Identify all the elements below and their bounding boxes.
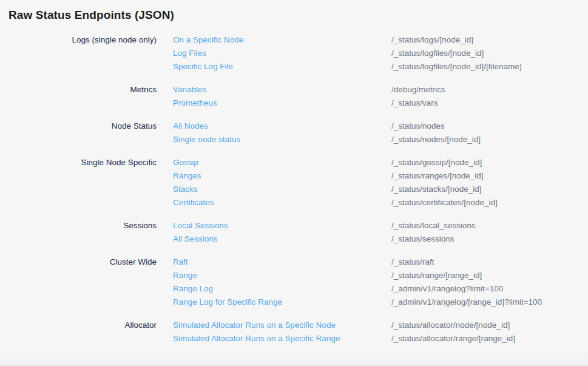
category-label: Cluster Wide	[0, 256, 157, 269]
paths-column: /_status/logs/[node_id]/_status/logfiles…	[391, 33, 588, 73]
endpoint-link[interactable]: Certificates	[173, 196, 391, 209]
links-column: Simulated Allocator Runs on a Specific N…	[173, 319, 391, 345]
endpoint-group: Single Node SpecificGossipRangesStacksCe…	[0, 156, 588, 209]
links-column: All NodesSingle node status	[173, 120, 391, 146]
debug-endpoints-page: Raw Status Endpoints (JSON) Logs (single…	[0, 0, 588, 345]
endpoint-link[interactable]: Local Sessions	[173, 219, 391, 232]
endpoint-path: /_status/range/[range_id]	[391, 269, 588, 282]
endpoint-path: /_admin/v1/rangelog/[range_id]?limit=100	[391, 296, 588, 309]
endpoint-link[interactable]: Simulated Allocator Runs on a Specific N…	[173, 319, 391, 332]
endpoint-group: AllocatorSimulated Allocator Runs on a S…	[0, 319, 588, 345]
paths-column: /_status/gossip/[node_id]/_status/ranges…	[391, 156, 588, 209]
endpoint-link[interactable]: Log Files	[173, 47, 391, 60]
endpoint-link[interactable]: Range Log	[173, 282, 391, 296]
endpoint-link[interactable]: Raft	[173, 256, 391, 269]
endpoint-group: Cluster WideRaftRangeRange LogRange Log …	[0, 256, 588, 309]
endpoint-path: /_status/logfiles/[node_id]/[filename]	[391, 60, 588, 73]
paths-column: /_status/nodes/_status/nodes/[node_id]	[391, 120, 588, 146]
endpoint-link[interactable]: Specific Log File	[173, 60, 391, 73]
page-title: Raw Status Endpoints (JSON)	[0, 0, 588, 22]
category-label: Metrics	[0, 83, 157, 97]
endpoint-link[interactable]: Stacks	[173, 183, 391, 196]
category-label: Sessions	[0, 219, 157, 232]
links-column: GossipRangesStacksCertificates	[173, 156, 391, 209]
links-column: Local SessionsAll Sessions	[173, 219, 391, 246]
endpoint-path: /_status/vars	[391, 97, 588, 110]
endpoint-link[interactable]: Variables	[173, 83, 391, 97]
paths-column: /debug/metrics/_status/vars	[391, 83, 588, 110]
endpoint-path: /_status/local_sessions	[391, 219, 588, 232]
endpoint-link[interactable]: Simulated Allocator Runs on a Specific R…	[173, 332, 391, 345]
endpoint-link[interactable]: Range Log for Specific Range	[173, 296, 391, 309]
paths-column: /_status/local_sessions/_status/sessions	[391, 219, 588, 246]
category-label: Node Status	[0, 120, 157, 133]
endpoint-path: /debug/metrics	[391, 83, 588, 97]
links-column: VariablesPrometheus	[173, 83, 391, 110]
endpoint-path: /_admin/v1/rangelog?limit=100	[391, 282, 588, 296]
endpoint-path: /_status/allocator/node/[node_id]	[391, 319, 588, 332]
links-column: RaftRangeRange LogRange Log for Specific…	[173, 256, 391, 309]
endpoint-path: /_status/gossip/[node_id]	[391, 156, 588, 169]
endpoint-path: /_status/allocator/range/[range_id]	[391, 332, 588, 345]
paths-column: /_status/raft/_status/range/[range_id]/_…	[391, 256, 588, 309]
endpoint-link[interactable]: Gossip	[173, 156, 391, 169]
endpoint-path: /_status/nodes	[391, 120, 588, 133]
endpoint-group: MetricsVariablesPrometheus/debug/metrics…	[0, 83, 588, 110]
endpoint-link[interactable]: On a Specific Node	[173, 33, 391, 47]
endpoint-path: /_status/stacks/[node_id]	[391, 183, 588, 196]
endpoint-path: /_status/raft	[391, 256, 588, 269]
links-column: On a Specific NodeLog FilesSpecific Log …	[173, 33, 391, 73]
endpoint-path: /_status/sessions	[391, 232, 588, 246]
endpoint-group: Node StatusAll NodesSingle node status/_…	[0, 120, 588, 146]
paths-column: /_status/allocator/node/[node_id]/_statu…	[391, 319, 588, 345]
endpoint-path: /_status/ranges/[node_id]	[391, 169, 588, 183]
endpoint-group: SessionsLocal SessionsAll Sessions/_stat…	[0, 219, 588, 246]
endpoint-path: /_status/certificates/[node_id]	[391, 196, 588, 209]
category-label: Single Node Specific	[0, 156, 157, 169]
endpoint-link[interactable]: Ranges	[173, 169, 391, 183]
category-label: Allocator	[0, 319, 157, 332]
endpoint-path: /_status/logfiles/[node_id]	[391, 47, 588, 60]
bottom-fade	[0, 350, 588, 366]
endpoint-link[interactable]: Range	[173, 269, 391, 282]
endpoint-group: Logs (single node only)On a Specific Nod…	[0, 33, 588, 73]
endpoint-link[interactable]: Prometheus	[173, 97, 391, 110]
category-label: Logs (single node only)	[0, 33, 157, 47]
endpoint-path: /_status/nodes/[node_id]	[391, 133, 588, 146]
endpoint-path: /_status/logs/[node_id]	[391, 33, 588, 47]
endpoint-link[interactable]: All Sessions	[173, 232, 391, 246]
endpoint-link[interactable]: All Nodes	[173, 120, 391, 133]
endpoint-link[interactable]: Single node status	[173, 133, 391, 146]
endpoints-table: Logs (single node only)On a Specific Nod…	[0, 33, 588, 345]
